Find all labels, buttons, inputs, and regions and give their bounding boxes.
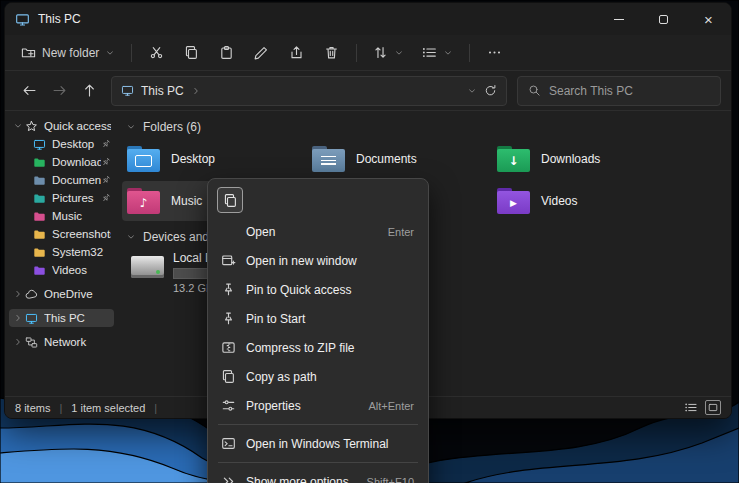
folder-icon bbox=[312, 146, 345, 172]
copy-button[interactable] bbox=[175, 38, 208, 68]
copy-icon bbox=[223, 193, 238, 208]
folders-section-header[interactable]: Folders (6) bbox=[122, 117, 731, 137]
window-plus-icon bbox=[221, 253, 236, 268]
cut-icon bbox=[149, 45, 164, 60]
maximize-button[interactable] bbox=[641, 3, 686, 35]
folder-icon: ♪ bbox=[127, 188, 160, 214]
sidebar-item-label: OneDrive bbox=[44, 288, 111, 300]
folder-tile-desktop[interactable]: Desktop bbox=[122, 139, 306, 179]
share-button[interactable] bbox=[280, 38, 313, 68]
folder-name: Documents bbox=[356, 152, 417, 166]
sidebar-item-onedrive[interactable]: OneDrive bbox=[9, 285, 114, 303]
folder-icon bbox=[127, 146, 160, 172]
menu-item-properties[interactable]: Properties Alt+Enter bbox=[212, 391, 424, 420]
folder-icon bbox=[33, 156, 46, 169]
forward-icon bbox=[52, 83, 67, 98]
sidebar-item-label: Documents bbox=[52, 174, 101, 186]
status-divider: | bbox=[154, 402, 157, 414]
menu-item-show-more-options[interactable]: Show more options Shift+F10 bbox=[212, 467, 424, 483]
chevron-down-icon bbox=[126, 122, 136, 132]
menu-item-label: Copy as path bbox=[246, 370, 414, 384]
sidebar-item-quick-access[interactable]: Quick access bbox=[9, 117, 114, 135]
delete-button[interactable] bbox=[315, 38, 348, 68]
menu-item-label: Open bbox=[246, 225, 378, 239]
chevron-down-icon bbox=[443, 48, 453, 58]
search-input[interactable]: Search This PC bbox=[517, 76, 721, 106]
chevron-right-icon bbox=[191, 86, 201, 96]
sidebar-item-this-pc[interactable]: This PC bbox=[9, 309, 114, 327]
paste-button[interactable] bbox=[210, 38, 243, 68]
sidebar-item-music[interactable]: Music bbox=[9, 207, 114, 225]
menu-item-compress-to-zip-file[interactable]: Compress to ZIP file bbox=[212, 333, 424, 362]
folder-name: Downloads bbox=[541, 152, 600, 166]
network-icon bbox=[25, 336, 38, 349]
folder-tile-videos[interactable]: ▶ Videos bbox=[492, 181, 676, 221]
maximize-icon bbox=[659, 15, 668, 24]
sidebar-item-pictures[interactable]: Pictures bbox=[9, 189, 114, 207]
forward-button[interactable] bbox=[45, 77, 73, 105]
chevron-down-icon[interactable] bbox=[467, 86, 477, 96]
close-icon: × bbox=[704, 12, 713, 27]
menu-item-open[interactable]: Open Enter bbox=[212, 217, 424, 246]
menu-item-shortcut: Alt+Enter bbox=[368, 400, 414, 412]
rename-button[interactable] bbox=[245, 38, 278, 68]
context-menu: Open Enter Open in new window Pin to Qui… bbox=[207, 178, 429, 483]
cut-button[interactable] bbox=[140, 38, 173, 68]
pin-icon bbox=[221, 311, 236, 326]
menu-item-shortcut: Enter bbox=[388, 226, 414, 238]
back-button[interactable] bbox=[15, 77, 43, 105]
sidebar-item-videos[interactable]: Videos bbox=[9, 261, 114, 279]
folder-tile-documents[interactable]: Documents bbox=[307, 139, 491, 179]
more-options-button[interactable] bbox=[478, 38, 511, 68]
menu-item-label: Open in Windows Terminal bbox=[246, 437, 414, 451]
selected-count: 1 item selected bbox=[71, 402, 145, 414]
sidebar-item-label: Desktop bbox=[52, 138, 101, 150]
minimize-button[interactable] bbox=[596, 3, 641, 35]
sidebar-item-network[interactable]: Network bbox=[9, 333, 114, 351]
share-icon bbox=[289, 45, 304, 60]
menu-item-label: Pin to Start bbox=[246, 312, 414, 326]
more-icon bbox=[487, 45, 502, 60]
folder-tile-downloads[interactable]: ↓ Downloads bbox=[492, 139, 676, 179]
sidebar-item-system32[interactable]: System32 bbox=[9, 243, 114, 261]
thumbnail-view-icon[interactable] bbox=[705, 400, 721, 415]
sidebar-item-label: Screenshots bbox=[52, 228, 111, 240]
status-divider: | bbox=[59, 402, 62, 414]
menu-item-copy-as-path[interactable]: Copy as path bbox=[212, 362, 424, 391]
titlebar: This PC × bbox=[5, 3, 731, 35]
sidebar-item-downloads[interactable]: Downloads bbox=[9, 153, 114, 171]
menu-separator bbox=[218, 424, 418, 425]
menu-separator bbox=[218, 462, 418, 463]
new-folder-icon bbox=[21, 45, 36, 60]
menu-item-label: Pin to Quick access bbox=[246, 283, 414, 297]
no-icon bbox=[221, 224, 236, 239]
hard-disk-icon bbox=[131, 256, 164, 278]
view-button[interactable] bbox=[414, 38, 461, 68]
delete-icon bbox=[324, 45, 339, 60]
address-location[interactable]: This PC bbox=[141, 84, 184, 98]
up-button[interactable] bbox=[75, 77, 103, 105]
menu-item-pin-to-quick-access[interactable]: Pin to Quick access bbox=[212, 275, 424, 304]
menu-item-pin-to-start[interactable]: Pin to Start bbox=[212, 304, 424, 333]
sidebar-item-screenshots[interactable]: Screenshots bbox=[9, 225, 114, 243]
minimize-icon bbox=[614, 19, 624, 20]
window-controls: × bbox=[596, 3, 731, 35]
folder-name: Videos bbox=[541, 194, 577, 208]
copy-icon bbox=[184, 45, 199, 60]
copy-button[interactable] bbox=[217, 187, 243, 213]
status-view-toggles bbox=[683, 400, 721, 415]
context-menu-quick-actions bbox=[212, 183, 424, 217]
toolbar-divider bbox=[356, 44, 357, 62]
zip-icon bbox=[221, 340, 236, 355]
sort-button[interactable] bbox=[365, 38, 412, 68]
sidebar-item-desktop[interactable]: Desktop bbox=[9, 135, 114, 153]
sidebar-item-documents[interactable]: Documents bbox=[9, 171, 114, 189]
address-bar[interactable]: This PC bbox=[111, 76, 507, 106]
refresh-icon[interactable] bbox=[484, 84, 497, 97]
props-icon bbox=[221, 398, 236, 413]
close-button[interactable]: × bbox=[686, 3, 731, 35]
menu-item-open-in-new-window[interactable]: Open in new window bbox=[212, 246, 424, 275]
details-view-icon[interactable] bbox=[683, 400, 699, 415]
new-folder-button[interactable]: New folder bbox=[13, 38, 123, 68]
menu-item-open-in-windows-terminal[interactable]: Open in Windows Terminal bbox=[212, 429, 424, 458]
